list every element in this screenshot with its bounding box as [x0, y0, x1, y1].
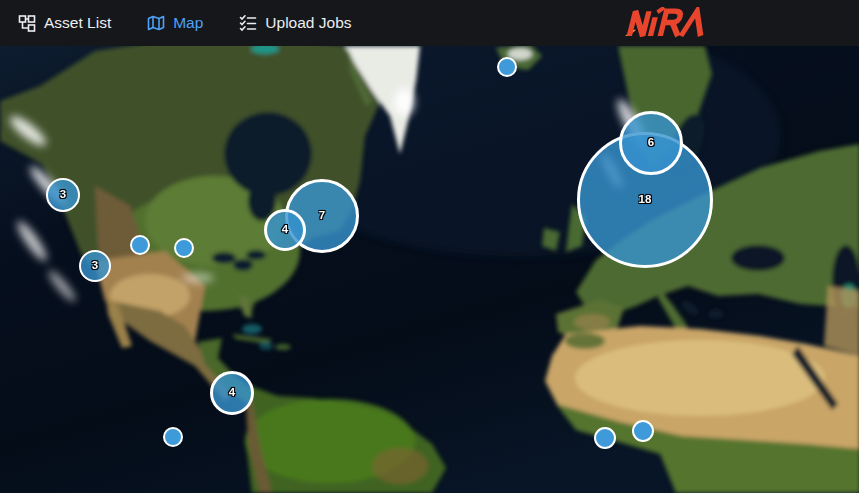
- tab-map[interactable]: Map: [147, 14, 203, 32]
- checklist-icon: [239, 14, 257, 32]
- cluster-count: 7: [319, 210, 325, 222]
- nira-logo[interactable]: [605, 7, 730, 38]
- asset-tree-icon: [18, 14, 36, 32]
- cluster-count: 6: [648, 137, 654, 149]
- cluster-count: 4: [229, 387, 235, 399]
- map-cluster-gulf-of-guinea-e[interactable]: [632, 420, 654, 442]
- tab-asset-list[interactable]: Asset List: [18, 14, 111, 32]
- app-window: Asset List Map Upload Jobs: [0, 0, 859, 493]
- tab-label: Upload Jobs: [265, 14, 351, 32]
- map-cluster-us-east-small[interactable]: 4: [264, 209, 306, 251]
- map-cluster-us-southwest[interactable]: 3: [79, 250, 111, 282]
- tab-label: Map: [173, 14, 203, 32]
- cluster-count: 3: [60, 189, 66, 201]
- map-cluster-europe-north[interactable]: 6: [619, 111, 683, 175]
- world-map[interactable]: [0, 46, 859, 493]
- map-cluster-central-america[interactable]: 4: [210, 371, 254, 415]
- map-cluster-gulf-of-guinea-w[interactable]: [594, 427, 616, 449]
- map-cluster-us-central-west[interactable]: [130, 235, 150, 255]
- map-cluster-iceland[interactable]: [497, 57, 517, 77]
- top-navbar: Asset List Map Upload Jobs: [0, 0, 859, 46]
- map-cluster-us-northwest[interactable]: 3: [46, 178, 80, 212]
- map-cluster-us-central-east[interactable]: [174, 238, 194, 258]
- map-cluster-pacific-offshore[interactable]: [163, 427, 183, 447]
- cluster-count: 4: [282, 224, 288, 236]
- map-viewport[interactable]: 18674334: [0, 46, 859, 493]
- tab-label: Asset List: [44, 14, 111, 32]
- cluster-count: 3: [92, 260, 98, 272]
- cluster-count: 18: [639, 194, 652, 206]
- tab-upload-jobs[interactable]: Upload Jobs: [239, 14, 351, 32]
- map-icon: [147, 14, 165, 32]
